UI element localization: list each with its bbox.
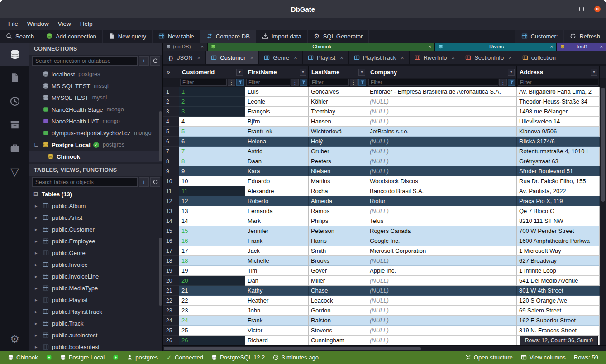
file-tab-json[interactable]: {}JSON× <box>163 51 206 64</box>
toolbar-new-table-button[interactable]: New table <box>153 30 200 43</box>
cell-lastname[interactable]: Tremblay <box>309 107 367 117</box>
row-number[interactable]: 22 <box>163 296 179 306</box>
cell-firstname[interactable]: Michelle <box>245 256 309 266</box>
row-number[interactable]: 8 <box>163 156 179 166</box>
cell-firstname[interactable]: Alexandre <box>245 186 309 196</box>
cell-customerid[interactable]: 17 <box>179 246 245 256</box>
file-tab-genre[interactable]: Genre× <box>259 51 303 64</box>
cell-address[interactable]: 120 S Orange Ave <box>517 296 600 306</box>
cell-address[interactable]: Rua Dr. Falcão Filho, 155 <box>517 176 600 186</box>
cell-customerid[interactable]: 3 <box>179 107 245 117</box>
cell-customerid[interactable]: 15 <box>179 226 245 236</box>
column-header-company[interactable]: Company▾ <box>367 66 517 78</box>
cell-lastname[interactable]: Nielsen <box>309 166 367 176</box>
column-header-address[interactable]: Address▾ <box>517 66 600 78</box>
close-icon[interactable]: × <box>550 44 553 49</box>
collapse-box-icon[interactable]: ⊟ <box>33 191 38 197</box>
cell-customerid[interactable]: 4 <box>179 117 245 127</box>
cell-company[interactable]: (NULL) <box>367 276 517 286</box>
cell-customerid[interactable]: 2 <box>179 97 245 107</box>
cell-lastname[interactable]: Martins <box>309 176 367 186</box>
cell-customerid[interactable]: 10 <box>179 176 245 186</box>
chevron-right-icon[interactable]: ▸ <box>35 250 39 256</box>
column-menu-button-address[interactable]: ▾ <box>591 69 597 76</box>
cell-firstname[interactable]: Luís <box>245 87 309 97</box>
cell-company[interactable]: (NULL) <box>367 336 517 345</box>
filter-funnel-button-company[interactable] <box>508 79 515 86</box>
row-number[interactable]: 9 <box>163 166 179 176</box>
cell-customerid[interactable]: 22 <box>179 296 245 306</box>
horizontal-scroll-thumb[interactable] <box>164 347 421 350</box>
connections-search-input[interactable] <box>32 56 138 66</box>
cell-firstname[interactable]: Leonie <box>245 97 309 107</box>
cell-company[interactable]: (NULL) <box>367 326 517 336</box>
row-number[interactable]: 26 <box>163 336 179 345</box>
cell-customerid[interactable]: 9 <box>179 166 245 176</box>
filter-input-customerid[interactable] <box>180 79 227 86</box>
cell-firstname[interactable]: François <box>245 107 309 117</box>
close-icon[interactable]: × <box>197 54 201 61</box>
grid-corner-header[interactable]: » <box>163 66 179 78</box>
cell-customerid[interactable]: 19 <box>179 266 245 276</box>
column-menu-button-firstname[interactable]: ▾ <box>300 69 306 76</box>
cell-company[interactable]: Riotur <box>367 196 517 206</box>
table-item-public-invoice[interactable]: ▸public.Invoice <box>29 259 162 270</box>
row-number[interactable]: 12 <box>163 196 179 206</box>
close-icon[interactable]: × <box>294 54 297 61</box>
collapse-toggle-icon[interactable]: ⊟ <box>33 142 40 148</box>
toolbar-search-button[interactable]: Search <box>0 30 40 43</box>
table-item-public-album[interactable]: ▸public.Album <box>29 200 162 212</box>
cell-firstname[interactable]: Eduardo <box>245 176 309 186</box>
cell-company[interactable]: Embraer - Empresa Brasileira de Aeronáut… <box>367 87 517 97</box>
toolbar-add-connection-button[interactable]: Add connection <box>40 30 103 43</box>
chevron-right-icon[interactable]: ▸ <box>35 309 39 315</box>
chevron-right-icon[interactable]: ▸ <box>35 285 39 291</box>
row-number[interactable]: 15 <box>163 226 179 236</box>
connection-item-chinook[interactable]: Chinook <box>29 151 162 162</box>
maximize-button[interactable] <box>576 4 587 15</box>
table-item-public-genre[interactable]: ▸public.Genre <box>29 247 162 259</box>
cell-customerid[interactable]: 20 <box>179 276 245 286</box>
cell-address[interactable]: 8210 111 ST NW <box>517 216 600 226</box>
cell-firstname[interactable]: Roberto <box>245 196 309 206</box>
row-number[interactable]: 21 <box>163 286 179 296</box>
cell-customerid[interactable]: 14 <box>179 216 245 226</box>
cell-address[interactable]: 1600 Amphitheatre Parkwa <box>517 236 600 246</box>
close-icon[interactable]: × <box>340 54 344 61</box>
cell-address[interactable]: Klanova 9/506 <box>517 127 600 137</box>
refresh-connections-button[interactable] <box>150 56 160 66</box>
grid-vertical-scrollbar[interactable] <box>600 87 606 345</box>
cell-address[interactable]: Ullevĺlsveien 14 <box>517 117 600 127</box>
cell-company[interactable]: Woodstock Discos <box>367 176 517 186</box>
menu-view[interactable]: View <box>53 18 76 30</box>
row-number[interactable]: 19 <box>163 266 179 276</box>
filter-funnel-button-lastname[interactable] <box>358 79 366 86</box>
cell-address[interactable]: Rotenturmstraße 4, 1010 I <box>517 147 600 156</box>
column-header-customerid[interactable]: CustomerId▾ <box>179 66 245 78</box>
cell-company[interactable]: Banco do Brasil S.A. <box>367 186 517 196</box>
cell-company[interactable]: (NULL) <box>367 306 517 316</box>
table-item-public-playlist[interactable]: ▸public.Playlist <box>29 294 162 306</box>
chevron-right-icon[interactable]: ▸ <box>35 215 39 221</box>
cell-address[interactable]: Av. Brigadeiro Faria Lima, 2 <box>517 87 600 97</box>
grid-horizontal-scrollbar[interactable] <box>163 345 606 351</box>
chevron-right-icon[interactable]: ▸ <box>35 238 39 244</box>
connection-item-localhost[interactable]: localhostpostgres <box>29 68 162 80</box>
cell-firstname[interactable]: Frank <box>245 316 309 326</box>
cell-customerid[interactable]: 12 <box>179 196 245 206</box>
row-number[interactable]: 4 <box>163 117 179 127</box>
cell-address[interactable]: Sřnder Boulevard 51 <box>517 166 600 176</box>
cell-company[interactable]: JetBrains s.r.o. <box>367 127 517 137</box>
table-item-public-invoiceline[interactable]: ▸public.InvoiceLine <box>29 270 162 282</box>
chevron-right-icon[interactable]: ▸ <box>35 262 39 268</box>
menu-file[interactable]: File <box>4 18 23 30</box>
tables-search-input[interactable] <box>32 177 138 187</box>
cell-address[interactable]: 69 Salem Street <box>517 306 600 316</box>
chevron-right-icon[interactable]: ▸ <box>35 297 39 303</box>
filter-menu-button-firstname[interactable]: ⋮ <box>291 79 299 86</box>
toolbar-import-data-button[interactable]: Import data <box>256 30 308 43</box>
add-object-button[interactable]: + <box>139 177 149 187</box>
table-item-public-customer[interactable]: ▸public.Customer <box>29 223 162 235</box>
rail-files-button[interactable] <box>0 66 29 90</box>
filter-input-lastname[interactable] <box>310 79 349 86</box>
